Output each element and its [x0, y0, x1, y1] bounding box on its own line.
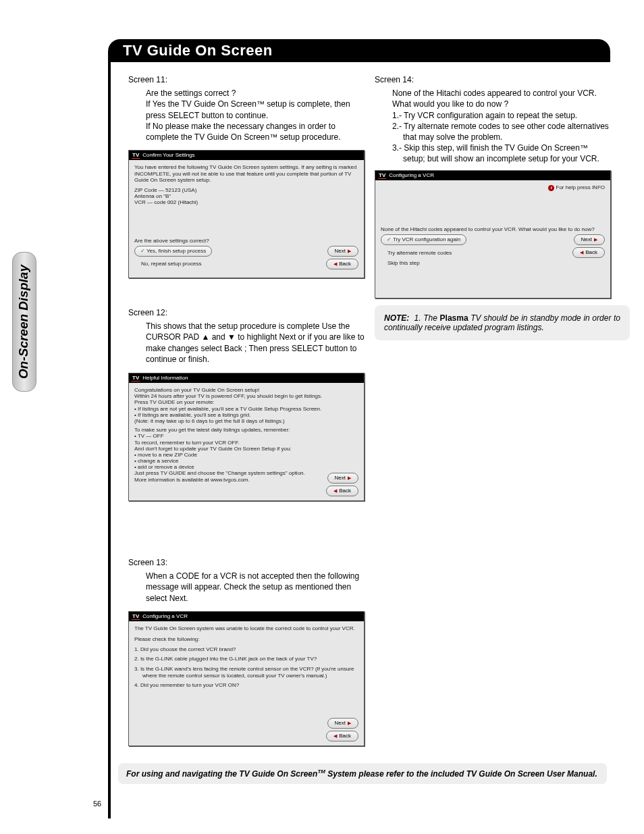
triangle-right-icon: ▶ — [348, 246, 351, 256]
back-button[interactable]: ◀Back — [572, 247, 605, 258]
back-button[interactable]: ◀Back — [326, 486, 358, 496]
ss11-option-yes[interactable]: ✓ Yes, finish setup process — [134, 246, 212, 257]
note-label: NOTE: — [384, 313, 409, 323]
ss12-line: More information is available at www.tvg… — [134, 477, 358, 483]
ss13-check: Please check the following: — [134, 636, 358, 643]
ss12-line: (Note: it may take up to 6 days to get t… — [134, 418, 358, 424]
note-head: 1. The — [414, 313, 440, 323]
check-icon: ✓ — [387, 235, 392, 244]
ss12-line: Press TV GUIDE on your remote: — [134, 399, 358, 405]
screen11-line: If No please make the necessary changes … — [146, 121, 365, 142]
ss12-line: Congratulations on your TV Guide On Scre… — [134, 387, 358, 393]
screen12-line: This shows that the setup procedure is c… — [146, 321, 365, 365]
ss12-line: Within 24 hours after your TV is powered… — [134, 393, 358, 399]
page-title: TV Guide On Screen — [123, 39, 273, 62]
screenshot-titlebar: TV Configuring a VCR — [375, 171, 610, 180]
ss11-settings-line: ZIP Code — 52123 (USA) — [134, 187, 358, 193]
screen14-title: Screen 14: — [375, 74, 611, 85]
ss14-help: For help press INFO — [556, 184, 605, 190]
page-number: 56 — [93, 800, 101, 808]
next-button[interactable]: Next▶ — [327, 718, 358, 729]
ss14-option-try-again[interactable]: ✓ Try VCR configuration again — [381, 234, 466, 245]
triangle-right-icon: ▶ — [348, 473, 351, 483]
triangle-right-icon: ▶ — [594, 235, 597, 244]
screenshot-12: TV Helpful Information Congratulations o… — [128, 373, 365, 501]
screen12-section: Screen 12: This shows that the setup pro… — [128, 307, 365, 374]
screen11-line: Are the settings correct ? — [146, 88, 365, 99]
screenshot-title: Confirm Your Settings — [142, 151, 194, 160]
screen14-item: 1.- Try VCR configuration again to repea… — [392, 110, 611, 121]
tvguide-logo: TV — [132, 375, 140, 382]
next-button[interactable]: Next▶ — [327, 473, 358, 484]
ss11-option-no[interactable]: No, repeat setup process — [134, 261, 326, 267]
screen11-section: Screen 11: Are the settings correct ? If… — [128, 74, 365, 152]
section-divider — [108, 62, 111, 818]
screen13-title: Screen 13: — [128, 557, 365, 568]
screen11-line: If Yes the TV Guide On Screen™ setup is … — [146, 99, 365, 120]
screen14-intro: None of the Hitachi codes appeared to co… — [392, 88, 611, 109]
screenshot-title: Configuring a VCR — [142, 612, 188, 621]
ss13-item: 1. Did you choose the correct VCR brand? — [134, 646, 358, 653]
screen13-line: When a CODE for a VCR is not accepted th… — [146, 571, 365, 604]
triangle-left-icon: ◀ — [333, 731, 337, 741]
ss12-line: To make sure you get the latest daily li… — [134, 427, 358, 433]
next-button[interactable]: Next▶ — [574, 234, 605, 245]
tvguide-logo: TV — [378, 173, 386, 179]
ss13-item: 2. Is the G-LINK cable plugged into the … — [134, 656, 358, 662]
screenshot-titlebar: TV Confirm Your Settings — [129, 151, 364, 160]
ss12-line: • move to a new ZIP Code — [134, 452, 358, 458]
footer-note: For using and navigating the TV Guide On… — [118, 763, 607, 784]
ss11-msg: You have entered the following TV Guide … — [134, 164, 358, 184]
ss12-line: Just press TV GUIDE and choose the "Chan… — [134, 470, 358, 476]
triangle-left-icon: ◀ — [580, 248, 583, 257]
ss13-item: 4. Did you remember to turn your VCR ON? — [134, 682, 358, 689]
back-button[interactable]: ◀Back — [326, 731, 358, 741]
ss11-settings-line: Antenna on "B" — [134, 193, 358, 199]
ss13-msg: The TV Guide On Screen system was unable… — [134, 625, 358, 632]
side-tab: On-Screen Display — [12, 252, 36, 392]
triangle-right-icon: ▶ — [348, 719, 351, 728]
next-button[interactable]: Next▶ — [327, 246, 358, 257]
screenshot-13: TV Configuring a VCR The TV Guide On Scr… — [128, 611, 365, 746]
ss11-question: Are the above settings correct? — [134, 238, 358, 244]
footer-text-pre: For using and navigating the TV Guide On… — [126, 769, 317, 779]
screenshot-11: TV Confirm Your Settings You have entere… — [128, 150, 365, 278]
ss14-option-alternate[interactable]: Try alternate remote codes — [381, 250, 572, 256]
triangle-left-icon: ◀ — [333, 259, 337, 269]
tvguide-logo: TV — [132, 614, 140, 620]
ss12-line: • If listings are not yet available, you… — [134, 406, 358, 412]
ss14-question: None of the Hitachi codes appeared to co… — [381, 226, 605, 232]
ss14-option-skip[interactable]: Skip this step — [381, 260, 605, 266]
ss12-line: • If listings are available, you'll see … — [134, 412, 358, 418]
ss12-line: • TV — OFF — [134, 433, 358, 439]
note-strong: Plasma — [440, 313, 468, 323]
screen12-title: Screen 12: — [128, 307, 365, 318]
screenshot-titlebar: TV Configuring a VCR — [129, 612, 364, 621]
screen11-title: Screen 11: — [128, 74, 365, 85]
screenshot-title: Configuring a VCR — [389, 171, 434, 180]
screen14-section: Screen 14: None of the Hitachi codes app… — [375, 74, 611, 174]
screenshot-title: Helpful Information — [142, 373, 188, 383]
screen13-section: Screen 13: When a CODE for a VCR is not … — [128, 557, 365, 613]
ss12-line: • add or remove a device — [134, 464, 358, 470]
ss12-line: To record, remember to turn your VCR OFF… — [134, 440, 358, 446]
screen14-item: 2.- Try alternate remote codes to see ot… — [392, 121, 611, 142]
footer-text-post: System please refer to the included TV G… — [325, 769, 597, 779]
triangle-left-icon: ◀ — [333, 486, 337, 496]
info-icon: i — [548, 185, 554, 191]
screenshot-14: TV Configuring a VCR i For help press IN… — [375, 170, 611, 298]
note-box: NOTE: 1. The Plasma TV should be in stan… — [375, 305, 630, 340]
ss12-line: • change a service — [134, 458, 358, 464]
ss13-item: 3. Is the G-LINK wand's lens facing the … — [134, 666, 358, 680]
tvguide-logo: TV — [132, 153, 140, 159]
screenshot-titlebar: TV Helpful Information — [129, 373, 364, 383]
screen14-item: 3.- Skip this step, will finish the TV G… — [392, 142, 611, 164]
check-icon: ✓ — [140, 246, 145, 256]
ss12-line: And don't forget to update your TV Guide… — [134, 446, 358, 452]
side-tab-label: On-Screen Display — [16, 265, 30, 379]
back-button[interactable]: ◀Back — [326, 259, 358, 269]
ss11-settings-line: VCR — code 002 (Hitachi) — [134, 199, 358, 205]
